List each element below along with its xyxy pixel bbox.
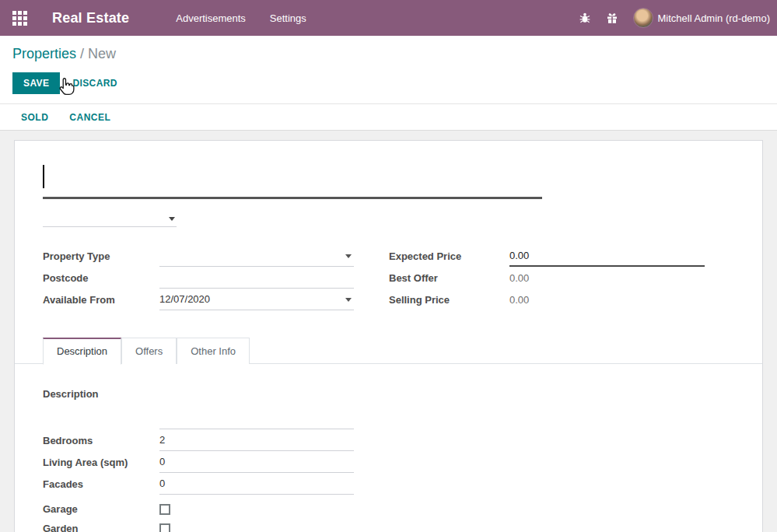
garden-checkbox[interactable]: [159, 523, 170, 532]
description-label: Description: [43, 388, 159, 400]
user-avatar: [633, 8, 653, 28]
field-column-left: Property Type Postcode Available From: [43, 245, 354, 310]
text-cursor: [43, 165, 44, 188]
breadcrumb-properties-link[interactable]: Properties: [12, 46, 76, 61]
facades-label: Facades: [43, 473, 159, 495]
breadcrumb: Properties / New: [12, 46, 765, 62]
best-offer-value: 0.00: [509, 267, 705, 289]
field-row-available-from: Available From 12/07/2020: [43, 289, 354, 310]
debug-bug-icon[interactable]: [579, 12, 591, 24]
garden-label: Garden: [43, 523, 159, 532]
expected-price-input[interactable]: 0.00: [509, 245, 705, 267]
user-name: Mitchell Admin (rd-demo): [658, 12, 771, 24]
top-navbar: Real Estate Advertisements Settings: [0, 0, 777, 36]
facades-input[interactable]: 0: [159, 473, 354, 495]
sold-button[interactable]: SOLD: [21, 112, 48, 123]
nav-menus: Advertisements Settings: [174, 8, 308, 29]
postcode-label: Postcode: [43, 267, 159, 289]
menu-settings[interactable]: Settings: [268, 8, 308, 29]
garage-label: Garage: [43, 503, 159, 515]
field-row-selling-price: Selling Price 0.00: [389, 289, 705, 310]
property-tags-input[interactable]: [43, 209, 177, 227]
living-area-input[interactable]: 0: [159, 451, 354, 473]
apps-menu-button[interactable]: [0, 0, 39, 36]
app-title[interactable]: Real Estate: [52, 10, 129, 26]
selling-price-value: 0.00: [509, 289, 705, 310]
available-from-input[interactable]: 12/07/2020: [159, 289, 354, 310]
property-type-input[interactable]: [159, 245, 354, 267]
tab-content-description: Description Bedrooms 2 Living Area (sqm)…: [43, 364, 731, 532]
discard-button[interactable]: DISCARD: [72, 78, 117, 89]
property-name-input[interactable]: [43, 165, 542, 199]
field-grid: Property Type Postcode Available From: [43, 245, 731, 310]
chevron-down-icon: [169, 217, 175, 221]
property-type-label: Property Type: [43, 245, 159, 267]
expected-price-label: Expected Price: [389, 245, 509, 267]
best-offer-label: Best Offer: [389, 267, 509, 289]
form-sheet: Property Type Postcode Available From: [14, 140, 763, 532]
field-row-facades: Facades 0: [43, 473, 354, 495]
control-panel-buttons: SAVE DISCARD: [12, 72, 765, 94]
navbar-right: Mitchell Admin (rd-demo): [579, 8, 777, 28]
field-row-garden: Garden: [43, 519, 354, 532]
chevron-down-icon: [345, 298, 352, 302]
save-button[interactable]: SAVE: [12, 72, 60, 94]
grid-icon: [12, 11, 27, 26]
field-row-postcode: Postcode: [43, 267, 354, 289]
bedrooms-input[interactable]: 2: [159, 429, 354, 451]
available-from-label: Available From: [43, 289, 159, 310]
field-row-living-area: Living Area (sqm) 0: [43, 451, 354, 473]
form-view-background: Property Type Postcode Available From: [0, 131, 777, 532]
tab-other-info[interactable]: Other Info: [177, 338, 250, 364]
chevron-down-icon: [345, 254, 352, 258]
field-row-best-offer: Best Offer 0.00: [389, 267, 705, 289]
selling-price-label: Selling Price: [389, 289, 509, 310]
field-row-bedrooms: Bedrooms 2: [43, 429, 354, 451]
living-area-label: Living Area (sqm): [43, 451, 159, 473]
description-input[interactable]: [159, 399, 354, 429]
field-row-expected-price: Expected Price 0.00: [389, 245, 705, 267]
tab-description[interactable]: Description: [43, 338, 121, 365]
statusbar: SOLD CANCEL: [0, 104, 777, 131]
garage-checkbox[interactable]: [159, 504, 170, 515]
breadcrumb-separator: /: [80, 46, 84, 61]
notebook-tabs: Description Offers Other Info: [15, 337, 762, 364]
field-column-right: Expected Price 0.00 Best Offer 0.00 Sell…: [389, 245, 705, 310]
gift-icon[interactable]: [606, 12, 618, 24]
control-panel: Properties / New SAVE DISCARD: [0, 36, 777, 104]
field-row-garage: Garage: [43, 499, 354, 519]
cancel-button[interactable]: CANCEL: [69, 112, 110, 123]
menu-advertisements[interactable]: Advertisements: [174, 8, 247, 29]
breadcrumb-current: New: [88, 46, 116, 61]
user-menu[interactable]: Mitchell Admin (rd-demo): [633, 8, 771, 28]
bedrooms-label: Bedrooms: [43, 429, 159, 451]
field-row-property-type: Property Type: [43, 245, 354, 267]
tab-offers[interactable]: Offers: [121, 338, 177, 364]
postcode-input[interactable]: [159, 267, 354, 289]
